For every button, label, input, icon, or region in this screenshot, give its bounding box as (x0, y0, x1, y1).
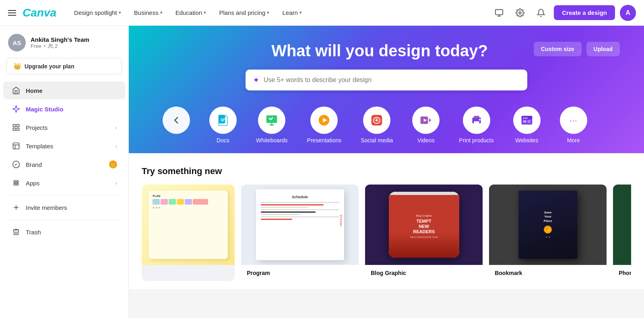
team-name: Ankita Singh's Team (31, 36, 120, 43)
search-bar: ✦ (246, 70, 527, 90)
crown-badge: 👑 (109, 160, 117, 168)
whiteboards-icon-circle (258, 107, 285, 134)
search-input[interactable] (264, 76, 520, 84)
sidebar-item-invite[interactable]: Invite members (3, 199, 125, 216)
hero-section: What will you design today? Custom size … (129, 26, 644, 153)
sidebar-nav: Home Magic Studio Projects › (0, 79, 128, 243)
monitor-icon[interactable] (491, 5, 507, 21)
nav-design-spotlight[interactable]: Design spotlight ▾ (69, 6, 126, 19)
design-card-blog-graphic[interactable]: Blog Graphic TEMPTNEWREADERS REALCREATES… (365, 185, 483, 281)
dots-icon: ··· (570, 116, 578, 125)
card-label-bookmark: Bookmark (489, 265, 607, 281)
create-design-button[interactable]: Create a design (554, 5, 615, 20)
projects-icon (11, 123, 21, 132)
category-item-social-media[interactable]: Social media (351, 103, 402, 153)
whiteboards-label: Whiteboards (256, 137, 288, 144)
custom-size-button[interactable]: Custom size (534, 42, 581, 56)
category-item-presentations[interactable]: Presentations (297, 103, 351, 153)
canva-logo[interactable]: Canva (23, 6, 56, 19)
sidebar-item-magic-studio[interactable]: Magic Studio (3, 100, 125, 118)
category-item-videos[interactable]: Videos (402, 103, 449, 153)
svg-rect-9 (13, 143, 19, 149)
svg-rect-0 (495, 9, 503, 14)
upgrade-button[interactable]: 👑 Upgrade your plan (6, 58, 122, 74)
sidebar-item-projects[interactable]: Projects › (3, 119, 125, 136)
sidebar-item-apps[interactable]: Apps › (3, 174, 125, 192)
docs-label: Docs (217, 137, 229, 144)
upload-button[interactable]: Upload (586, 42, 620, 56)
sidebar-item-home[interactable]: Home (3, 82, 125, 99)
sidebar-item-magic-studio-label: Magic Studio (26, 106, 117, 113)
nav-links: Design spotlight ▾ Business ▾ Education … (69, 6, 491, 19)
sidebar-item-invite-label: Invite members (26, 204, 117, 211)
sidebar-profile: AS Ankita Singh's Team Free • 2 (0, 26, 128, 58)
chevron-down-icon: ▾ (204, 10, 206, 15)
sidebar: AS Ankita Singh's Team Free • 2 👑 Upgrad… (0, 26, 129, 318)
nav-education[interactable]: Education ▾ (171, 6, 211, 19)
chevron-right-icon: › (116, 143, 117, 149)
crown-icon: 👑 (13, 62, 21, 70)
design-card-planner[interactable]: PLAN ✦ ✦ ✦ (142, 185, 235, 281)
print-products-icon-circle (463, 107, 490, 134)
chevron-right-icon: › (116, 125, 117, 131)
design-card-program[interactable]: Schedule Visual P (241, 185, 359, 281)
svg-point-16 (17, 183, 19, 185)
brand-icon (11, 160, 21, 169)
try-something-new-section: Try something new PLAN (129, 153, 644, 289)
user-avatar[interactable]: A (620, 5, 636, 21)
templates-icon (11, 141, 21, 151)
design-card-phone-wallpaper[interactable]: InspireYourself 🍵 ✦ Phone Wallpaper (613, 185, 631, 281)
hamburger-menu[interactable] (8, 10, 16, 16)
sidebar-item-trash[interactable]: Trash (3, 223, 125, 241)
category-item-print-products[interactable]: Print products (449, 103, 503, 153)
svg-rect-35 (474, 121, 479, 124)
topnav: Canva Design spotlight ▾ Business ▾ Educ… (0, 0, 644, 26)
sidebar-item-templates[interactable]: Templates › (3, 137, 125, 155)
nav-business[interactable]: Business ▾ (129, 6, 167, 19)
svg-rect-34 (474, 116, 479, 118)
section-title: Try something new (142, 166, 631, 176)
design-card-bookmark[interactable]: SaveYourPlace 🌙 ✦ ✦ Bookmark (489, 185, 607, 281)
category-item-whiteboards[interactable]: Whiteboards (246, 103, 297, 153)
social-media-label: Social media (361, 137, 393, 144)
category-item-docs[interactable]: Docs (200, 103, 246, 153)
card-label-planner (142, 265, 235, 275)
category-item-websites[interactable]: Websites (504, 103, 550, 153)
sidebar-item-brand[interactable]: Brand 👑 (3, 156, 125, 173)
design-cards-row: PLAN ✦ ✦ ✦ (142, 185, 631, 281)
sidebar-item-templates-label: Templates (26, 143, 111, 150)
team-avatar: AS (8, 34, 26, 51)
websites-label: Websites (515, 137, 538, 144)
apps-icon (11, 178, 21, 188)
sidebar-item-home-label: Home (26, 87, 117, 94)
presentations-label: Presentations (307, 137, 342, 144)
trash-icon (11, 227, 21, 237)
print-products-label: Print products (459, 137, 493, 144)
card-label-blog-graphic: Blog Graphic (365, 265, 483, 281)
bell-icon[interactable] (533, 5, 549, 21)
sidebar-item-brand-label: Brand (26, 161, 104, 168)
sidebar-item-trash-label: Trash (26, 229, 117, 236)
svg-marker-31 (429, 118, 431, 123)
svg-point-36 (479, 119, 481, 121)
nav-learn[interactable]: Learn ▾ (277, 6, 306, 19)
svg-rect-5 (13, 125, 16, 127)
nav-right: Create a design A (491, 5, 636, 21)
sidebar-item-apps-label: Apps (26, 180, 111, 187)
member-count: 2 (48, 43, 58, 49)
svg-point-13 (14, 181, 16, 183)
svg-rect-43 (527, 120, 530, 121)
svg-point-3 (519, 12, 522, 14)
chevron-down-icon: ▾ (299, 10, 302, 15)
settings-icon[interactable] (512, 5, 528, 21)
more-icon-circle: ··· (560, 107, 587, 134)
profile-sub: Free • 2 (31, 43, 120, 49)
category-item-more[interactable]: ··· More (550, 103, 597, 153)
presentations-icon-circle (310, 107, 338, 134)
nav-plans-pricing[interactable]: Plans and pricing ▾ (214, 6, 274, 19)
search-wrapper: ✦ (246, 70, 527, 90)
sidebar-divider-2 (6, 220, 122, 220)
home-icon (11, 86, 21, 95)
category-item-scroll-left[interactable] (153, 103, 200, 153)
hero-title: What will you design today? (225, 42, 534, 60)
